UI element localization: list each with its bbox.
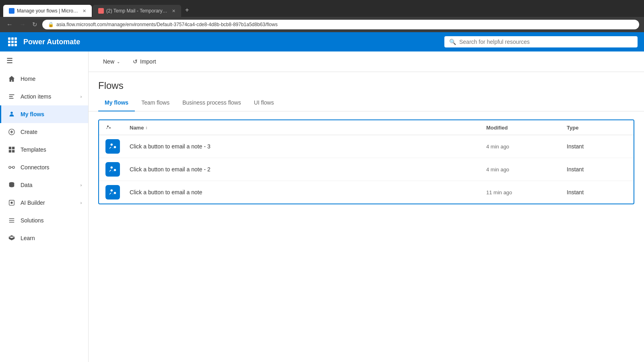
search-icon: 🔍 — [449, 39, 456, 45]
sidebar-item-label: Home — [21, 76, 35, 82]
flow-icon — [105, 185, 120, 200]
main-content: New ⌄ ↺ Import Flows My flows Team flows — [89, 51, 644, 362]
tab-business-process-flows[interactable]: Business process flows — [176, 95, 248, 111]
ai-builder-chevron: › — [80, 201, 82, 205]
address-bar[interactable]: 🔒 asia.flow.microsoft.com/manage/environ… — [42, 20, 639, 29]
svg-point-10 — [12, 166, 14, 168]
refresh-button[interactable]: ↻ — [31, 20, 39, 29]
sidebar-item-my-flows[interactable]: My flows — [0, 105, 88, 123]
data-chevron: › — [80, 183, 82, 187]
sidebar-item-label: Action items — [21, 93, 76, 100]
svg-rect-8 — [12, 150, 14, 152]
col-header-modified: Modified — [486, 125, 567, 131]
svg-point-21 — [114, 192, 116, 194]
address-text[interactable]: asia.flow.microsoft.com/manage/environme… — [56, 22, 278, 27]
my-flows-icon — [8, 110, 16, 118]
sidebar-item-home[interactable]: Home — [0, 70, 88, 88]
data-icon — [8, 181, 16, 189]
flow-name: Click a button to email a note - 3 — [130, 143, 486, 150]
flow-icon — [105, 139, 120, 154]
tab-1-close[interactable]: ✕ — [83, 8, 86, 14]
sidebar-item-action-items[interactable]: Action items › — [0, 88, 88, 105]
sidebar-item-label: My flows — [21, 111, 44, 117]
svg-rect-2 — [9, 98, 14, 99]
flow-modified: 11 min ago — [486, 189, 567, 195]
new-tab-button[interactable]: + — [182, 3, 192, 17]
flow-type: Instant — [567, 143, 627, 150]
content-area: ☰ Home Action items › — [0, 51, 644, 362]
page-header: Flows — [89, 72, 644, 95]
name-sort-icon: ↕ — [145, 125, 147, 130]
svg-point-18 — [111, 167, 113, 169]
sidebar-item-label: Solutions — [21, 217, 44, 224]
import-button[interactable]: ↺ Import — [128, 56, 161, 68]
tab-my-flows[interactable]: My flows — [98, 95, 135, 111]
sidebar-item-label: Create — [21, 129, 37, 135]
new-button-chevron: ⌄ — [117, 60, 120, 64]
browser-chrome: Manage your flows | Microsoft P... ✕ (2)… — [0, 0, 644, 32]
svg-rect-5 — [9, 147, 11, 149]
sidebar-item-label: Data — [21, 182, 76, 188]
sidebar: ☰ Home Action items › — [0, 51, 89, 362]
svg-point-20 — [111, 189, 113, 192]
table-header: Name ↕ Modified Type — [99, 120, 634, 135]
tab-ui-flows[interactable]: UI flows — [248, 95, 281, 111]
templates-icon — [8, 146, 16, 154]
tab-team-flows[interactable]: Team flows — [135, 95, 176, 111]
flow-modified: 4 min ago — [486, 144, 567, 150]
tab-2-close[interactable]: ✕ — [172, 8, 175, 14]
new-button[interactable]: New ⌄ — [98, 56, 125, 68]
sidebar-item-label: AI Builder — [21, 200, 76, 206]
waffle-menu-button[interactable] — [6, 36, 19, 48]
svg-point-14 — [10, 202, 12, 204]
main-toolbar: New ⌄ ↺ Import — [89, 51, 644, 72]
action-items-chevron: › — [80, 95, 82, 99]
sidebar-item-create[interactable]: Create — [0, 123, 88, 141]
svg-point-17 — [114, 146, 116, 148]
flow-type: Instant — [567, 189, 627, 195]
flow-type: Instant — [567, 166, 627, 173]
sidebar-item-data[interactable]: Data › — [0, 176, 88, 194]
page-title: Flows — [98, 80, 634, 91]
flow-modified: 4 min ago — [486, 167, 567, 173]
forward-button[interactable]: → — [18, 20, 27, 29]
browser-tabs: Manage your flows | Microsoft P... ✕ (2)… — [0, 0, 644, 32]
search-input[interactable] — [459, 39, 633, 45]
tabs-container: My flows Team flows Business process flo… — [89, 95, 644, 111]
svg-point-9 — [9, 166, 11, 168]
svg-point-16 — [111, 144, 113, 146]
back-button[interactable]: ← — [5, 20, 14, 29]
sidebar-item-label: Connectors — [21, 164, 50, 171]
sidebar-item-templates[interactable]: Templates — [0, 141, 88, 158]
col-header-icon — [105, 124, 130, 131]
action-items-icon — [8, 93, 16, 101]
home-icon — [8, 75, 16, 83]
table-row[interactable]: Click a button to email a note - 2 4 min… — [99, 158, 634, 181]
sidebar-item-connectors[interactable]: Connectors — [0, 158, 88, 176]
sidebar-item-label: Learn — [21, 235, 35, 241]
connectors-icon — [8, 163, 16, 171]
flow-name: Click a button to email a note — [130, 189, 486, 195]
table-row[interactable]: Click a button to email a note - 3 4 min… — [99, 135, 634, 158]
sidebar-item-label: Templates — [21, 146, 46, 153]
tab-2[interactable]: (2) Temp Mail - Temporary Email ✕ — [93, 5, 181, 17]
flows-table: Name ↕ Modified Type Click a button — [98, 119, 634, 204]
learn-icon — [8, 234, 16, 242]
svg-rect-0 — [9, 95, 14, 95]
solutions-icon — [8, 216, 16, 224]
tab-1[interactable]: Manage your flows | Microsoft P... ✕ — [3, 5, 92, 17]
app-layout: Power Automate 🔍 ☰ Home Action ite — [0, 32, 644, 362]
svg-point-19 — [114, 169, 116, 171]
col-header-type: Type — [567, 125, 627, 131]
sidebar-toggle[interactable]: ☰ — [0, 51, 88, 70]
flow-icon — [105, 162, 120, 177]
sidebar-item-solutions[interactable]: Solutions — [0, 212, 88, 229]
table-row[interactable]: Click a button to email a note 11 min ag… — [99, 181, 634, 204]
app-title: Power Automate — [23, 38, 80, 46]
search-bar[interactable]: 🔍 — [444, 36, 638, 47]
col-header-name[interactable]: Name ↕ — [130, 125, 486, 131]
sidebar-item-ai-builder[interactable]: AI Builder › — [0, 194, 88, 212]
create-icon — [8, 128, 16, 136]
svg-rect-6 — [12, 147, 14, 149]
sidebar-item-learn[interactable]: Learn — [0, 229, 88, 247]
